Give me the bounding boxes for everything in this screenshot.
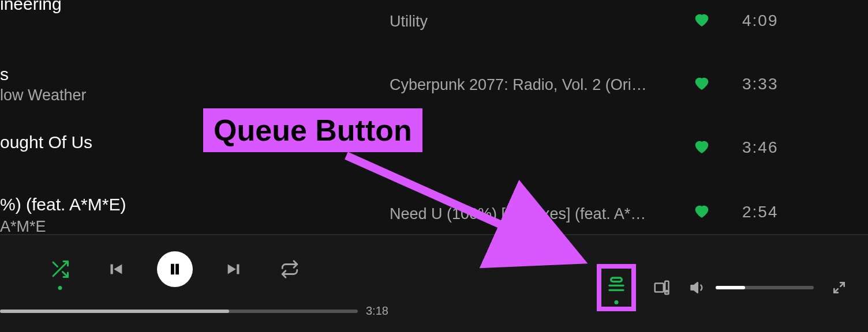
svg-rect-0 — [611, 278, 622, 282]
svg-point-5 — [666, 290, 668, 292]
track-duration: 2:54 — [742, 203, 779, 221]
track-artist[interactable]: A*M*E — [0, 218, 46, 236]
track-title[interactable]: %) (feat. A*M*E) — [0, 195, 126, 214]
track-duration: 3:46 — [742, 138, 779, 157]
svg-rect-3 — [655, 284, 664, 292]
track-title[interactable]: s — [0, 65, 9, 84]
play-pause-button[interactable] — [157, 251, 193, 287]
fullscreen-button[interactable] — [828, 276, 851, 299]
track-album[interactable]: Need U (100%) [Remixes] (feat. A*… — [390, 205, 646, 223]
right-controls — [597, 264, 851, 311]
track-album[interactable]: Utility — [390, 13, 428, 31]
player-bar: 3:18 — [0, 234, 868, 332]
annotation-label: Queue Button — [203, 108, 422, 152]
annotation-highlight-box — [597, 264, 636, 311]
volume-slider[interactable] — [716, 286, 814, 289]
track-title[interactable]: ineering — [0, 0, 62, 14]
previous-button[interactable] — [102, 255, 129, 283]
shuffle-button[interactable] — [46, 255, 74, 283]
track-duration: 3:33 — [742, 75, 779, 93]
playback-controls — [46, 251, 304, 287]
progress-fill — [0, 310, 229, 313]
next-button[interactable] — [220, 255, 248, 283]
volume-fill — [716, 286, 745, 289]
svg-marker-6 — [691, 282, 698, 293]
track-album[interactable]: Cyberpunk 2077: Radio, Vol. 2 (Ori… — [390, 76, 647, 94]
like-button[interactable] — [693, 137, 711, 156]
total-time: 3:18 — [366, 304, 388, 318]
queue-button[interactable] — [605, 273, 628, 296]
repeat-button[interactable] — [276, 255, 304, 283]
like-button[interactable] — [693, 202, 711, 220]
track-artist[interactable]: low Weather — [0, 86, 87, 104]
progress-bar[interactable]: 3:18 — [0, 304, 392, 318]
like-button[interactable] — [693, 74, 711, 92]
track-duration: 4:09 — [742, 12, 779, 30]
volume-control[interactable] — [687, 276, 814, 299]
track-title[interactable]: ought Of Us — [0, 133, 92, 152]
mute-button[interactable] — [687, 276, 710, 299]
devices-button[interactable] — [650, 276, 673, 299]
like-button[interactable] — [693, 10, 711, 29]
